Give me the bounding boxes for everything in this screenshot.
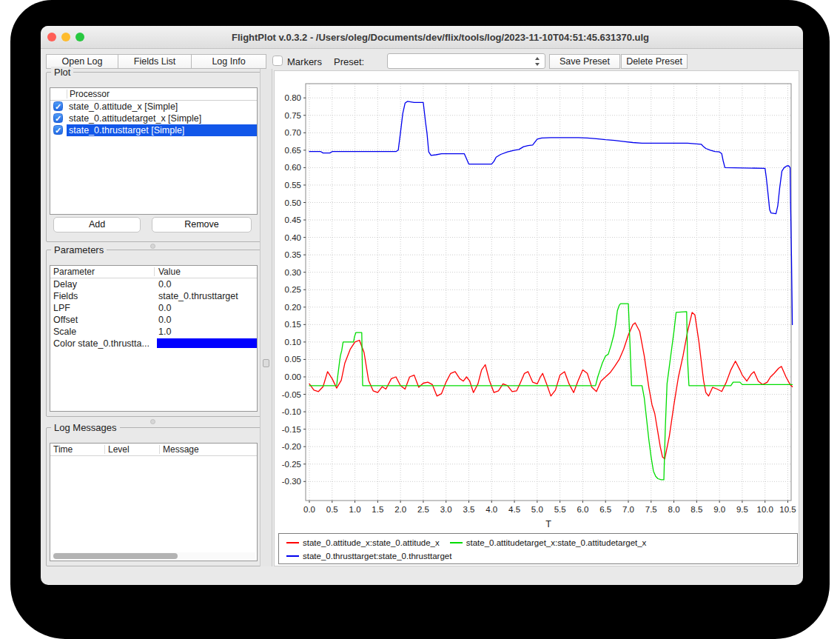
- y-tick-label: 0.60: [285, 163, 301, 172]
- param-name: Delay: [53, 278, 77, 290]
- x-tick-label: 10.5: [779, 505, 796, 514]
- close-window-button[interactable]: [47, 33, 56, 41]
- table-row[interactable]: Offset 0.0: [50, 314, 257, 326]
- list-item-label: state_0.attitude_x [Simple]: [67, 101, 257, 113]
- splitter-handle[interactable]: [150, 244, 155, 249]
- chevron-up-icon: [535, 57, 540, 60]
- x-tick-label: 9.5: [736, 505, 748, 514]
- scrollbar-thumb[interactable]: [53, 553, 178, 559]
- blue-line-swatch-icon: [286, 555, 299, 557]
- x-tick-label: 8.5: [691, 505, 702, 514]
- delete-preset-button[interactable]: Delete Preset: [621, 54, 688, 69]
- table-row[interactable]: Color state_0.thrustta...: [50, 338, 257, 349]
- param-value: 1.0: [158, 326, 171, 338]
- x-tick-label: 8.0: [668, 505, 680, 514]
- color-swatch[interactable]: [157, 338, 257, 348]
- vertical-splitter[interactable]: [260, 69, 272, 566]
- processor-list[interactable]: Processor ✓ state_0.attitude_x [Simple] …: [50, 87, 258, 215]
- legend-label: state_0.attitudetarget_x:state_0.attitud…: [466, 538, 647, 547]
- splitter-handle[interactable]: [263, 359, 269, 367]
- flightplot-window: FlightPlot v.0.3.2 - /Users/oleg/Documen…: [41, 26, 803, 585]
- x-tick-label: 10.0: [757, 505, 773, 514]
- table-row[interactable]: Fields state_0.thrusttarget: [50, 290, 257, 302]
- column-header: Value: [158, 266, 181, 278]
- x-tick-label: 9.0: [713, 505, 725, 514]
- param-name: LPF: [53, 302, 70, 314]
- x-tick-label: 0.0: [303, 505, 315, 514]
- log-messages-table[interactable]: Time Level Message: [50, 443, 258, 561]
- screenshot-stage: FlightPlot v.0.3.2 - /Users/oleg/Documen…: [0, 0, 840, 639]
- item-checkbox[interactable]: ✓: [53, 113, 63, 123]
- chart-panel[interactable]: 0.00.51.01.52.02.53.03.54.04.55.05.56.06…: [274, 70, 799, 566]
- x-tick-label: 1.0: [349, 505, 361, 514]
- parameters-group-title: Parameters: [51, 244, 107, 255]
- column-header: Parameter: [53, 266, 95, 278]
- remove-button[interactable]: Remove: [152, 217, 252, 232]
- list-item-label: state_0.thrusttarget [Simple]: [67, 124, 257, 136]
- y-tick-label: -0.15: [282, 425, 301, 434]
- param-value: 0.0: [158, 278, 171, 290]
- chart-legend: state_0.attitude_x:state_0.attitude_x st…: [278, 533, 798, 564]
- combobox-stepper-icon: [534, 56, 541, 67]
- table-row[interactable]: LPF 0.0: [50, 302, 257, 314]
- x-tick-label: 1.5: [372, 505, 383, 514]
- x-tick-label: 5.5: [554, 505, 566, 514]
- preset-combobox[interactable]: [387, 53, 545, 69]
- table-row[interactable]: Delay 0.0: [50, 278, 257, 290]
- markers-checkbox[interactable]: [272, 56, 283, 66]
- param-name: Scale: [53, 326, 76, 338]
- legend-item: state_0.thrusttarget:state_0.thrusttarge…: [286, 552, 451, 561]
- y-tick-label: 0.70: [285, 128, 301, 137]
- list-item[interactable]: ✓ state_0.attitude_x [Simple]: [50, 101, 257, 113]
- param-value: 0.0: [158, 314, 171, 326]
- fields-list-button[interactable]: Fields List: [118, 54, 192, 69]
- legend-label: state_0.thrusttarget:state_0.thrusttarge…: [303, 552, 451, 561]
- x-tick-label: 4.0: [485, 505, 497, 514]
- x-tick-label: 0.5: [326, 505, 338, 514]
- series-line-2: [309, 101, 793, 325]
- list-item[interactable]: ✓ state_0.attitudetarget_x [Simple]: [50, 113, 257, 124]
- item-checkbox[interactable]: ✓: [53, 101, 63, 111]
- save-preset-button[interactable]: Save Preset: [549, 54, 620, 69]
- splitter-handle[interactable]: [150, 419, 155, 424]
- markers-label: Markers: [287, 56, 322, 67]
- zoom-window-button[interactable]: [75, 33, 84, 41]
- y-tick-label: 0.50: [285, 198, 301, 207]
- y-tick-label: -0.10: [282, 407, 301, 416]
- horizontal-scrollbar[interactable]: [52, 552, 255, 560]
- y-tick-label: 0.55: [285, 181, 301, 190]
- x-tick-label: 2.0: [394, 505, 406, 514]
- preset-label: Preset:: [334, 56, 364, 67]
- plot-group-title: Plot: [51, 67, 73, 78]
- green-line-swatch-icon: [450, 542, 463, 543]
- y-tick-label: 0.80: [285, 93, 301, 102]
- y-tick-label: 0.75: [285, 111, 301, 120]
- x-tick-label: 2.5: [417, 505, 429, 514]
- column-separator: [67, 90, 67, 98]
- column-separator: [159, 445, 160, 454]
- parameters-table[interactable]: Parameter Value Delay 0.0 Fields state_0…: [50, 265, 258, 412]
- y-tick-label: 0.35: [285, 250, 301, 259]
- y-tick-label: 0.00: [285, 372, 301, 381]
- legend-item: state_0.attitude_x:state_0.attitude_x: [286, 538, 440, 547]
- y-tick-label: 0.30: [285, 268, 301, 277]
- y-tick-label: 0.20: [285, 303, 301, 312]
- item-checkbox[interactable]: ✓: [53, 125, 63, 135]
- param-value: state_0.thrusttarget: [158, 290, 238, 302]
- log-info-button[interactable]: Log Info: [191, 54, 266, 69]
- table-row[interactable]: Scale 1.0: [50, 326, 257, 338]
- window-title: FlightPlot v.0.3.2 - /Users/oleg/Documen…: [100, 26, 781, 49]
- add-button[interactable]: Add: [53, 217, 141, 232]
- y-tick-label: -0.05: [282, 390, 301, 399]
- title-bar: FlightPlot v.0.3.2 - /Users/oleg/Documen…: [41, 26, 803, 49]
- x-tick-label: 3.5: [463, 505, 474, 514]
- x-tick-label: 3.0: [440, 505, 452, 514]
- minimize-window-button[interactable]: [61, 33, 70, 41]
- column-header: Level: [108, 444, 130, 456]
- x-tick-label: 7.5: [645, 505, 657, 514]
- flight-chart[interactable]: 0.00.51.01.52.02.53.03.54.04.55.05.56.06…: [275, 71, 799, 566]
- list-item-selected[interactable]: ✓ state_0.thrusttarget [Simple]: [50, 124, 257, 136]
- y-tick-label: 0.15: [285, 320, 301, 329]
- x-tick-label: 7.0: [622, 505, 634, 514]
- x-tick-label: 5.0: [531, 505, 543, 514]
